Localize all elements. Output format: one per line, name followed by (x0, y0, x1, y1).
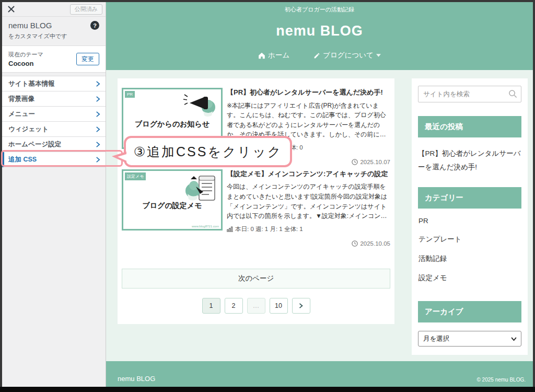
site-tagline: 初心者ブロガーの活動記録 (106, 2, 533, 14)
nav-about-link[interactable]: ブログについて (313, 51, 381, 60)
home-icon (258, 52, 265, 59)
megaphone-illustration (182, 94, 217, 118)
post-stats-text: 本日: 0 週: 1 月: 1 全体: 1 (235, 225, 303, 233)
menu-item-menus[interactable]: メニュー (2, 107, 106, 122)
menu-item-label: ウィジェット (8, 125, 49, 134)
taskbar-strip (0, 387, 535, 392)
clock-icon (352, 159, 358, 165)
help-icon[interactable]: ? (90, 21, 99, 30)
menu-item-site-identity[interactable]: サイト基本情報 (2, 76, 106, 91)
annotation-text: ③追加CSSをクリック (134, 143, 283, 160)
post-thumbnail[interactable]: 設定メモ ブログの設定メモ (122, 169, 223, 230)
chevron-right-icon (96, 96, 100, 102)
site-header: 初心者ブロガーの活動記録 nemu BLOG ホーム ブログについて (106, 2, 533, 70)
post-excerpt: ※本記事にはアフィリエイト広告(PR)が含まれています。こんにちは、ねむです。こ… (227, 101, 390, 140)
post-date: 2025.10.05 (122, 240, 390, 247)
pencil-icon (313, 52, 320, 59)
current-theme-name: Cocoon (8, 60, 43, 67)
page-button-1[interactable]: 1 (202, 298, 220, 314)
site-title[interactable]: nemu BLOG (106, 23, 533, 39)
post-list: PR ブログからのお知らせ (118, 78, 394, 324)
thumbnail-caption: ブログの設定メモ (123, 201, 221, 211)
customizer-title-section: nemu BLOG ? をカスタマイズ中です (2, 17, 106, 46)
site-body: PR ブログからのお知らせ (106, 70, 533, 361)
post-card[interactable]: 設定メモ ブログの設定メモ (122, 169, 390, 233)
post-excerpt: 今回は、メインコンテンツのアイキャッチの設定手順をまとめていきたいと思います!設… (227, 182, 390, 221)
category-link-pr[interactable]: PR (418, 212, 521, 229)
menu-item-label: サイト基本情報 (8, 79, 54, 88)
post-date-text: 2025.10.07 (360, 159, 390, 165)
footer-site-name: nemu BLOG (118, 375, 155, 383)
nav-label: ホーム (268, 51, 289, 60)
menu-item-label: ホームページ設定 (8, 140, 61, 149)
published-button[interactable]: 公開済み (70, 4, 102, 15)
close-icon[interactable] (2, 2, 20, 16)
category-link-activity[interactable]: 活動記録 (418, 249, 521, 268)
category-badge: PR (125, 91, 135, 98)
menu-item-label: メニュー (8, 110, 35, 119)
category-list: PR テンプレート 活動記録 設定メモ (418, 212, 521, 287)
pagination: 1 2 … 10 (122, 298, 390, 314)
nav-home-link[interactable]: ホーム (258, 51, 289, 60)
archive-select[interactable]: 月を選択 (418, 331, 521, 347)
menu-item-homepage-settings[interactable]: ホームページ設定 (2, 137, 106, 152)
search-input[interactable] (418, 86, 521, 102)
menu-item-label: 背景画像 (8, 95, 34, 103)
chevron-right-icon (96, 126, 100, 132)
site-preview: 初心者ブロガーの活動記録 nemu BLOG ホーム ブログについて (106, 2, 533, 387)
archive-heading: アーカイブ (418, 301, 521, 322)
chevron-down-icon (376, 54, 381, 57)
chevron-right-icon (96, 157, 100, 163)
chart-icon (227, 226, 233, 232)
search-widget (418, 86, 521, 102)
customizer-topbar: 公開済み (2, 2, 106, 17)
post-title[interactable]: 【PR】初心者がレンタルサーバーを選んだ決め手! (227, 88, 390, 97)
page-next-button[interactable] (292, 298, 310, 314)
chevron-down-icon (511, 337, 517, 341)
nav-label: ブログについて (323, 51, 374, 60)
customizing-label: をカスタマイズ中です (8, 32, 99, 40)
site-footer: nemu BLOG © 2025 nemu BLOG. (106, 361, 533, 387)
chevron-right-icon (96, 142, 100, 147)
annotation-bubble: ③追加CSSをクリック (124, 136, 292, 167)
current-theme-section: 現在のテーマ Cocoon 変更 (2, 46, 106, 73)
clock-icon (352, 240, 358, 247)
window-frame: 公開済み nemu BLOG ? をカスタマイズ中です 現在のテーマ Cocoo… (0, 0, 535, 392)
post-date-text: 2025.10.05 (360, 240, 390, 247)
menu-item-background-image[interactable]: 背景画像 (2, 91, 106, 107)
category-link-settings[interactable]: 設定メモ (418, 268, 521, 287)
change-theme-button[interactable]: 変更 (76, 53, 99, 65)
chevron-right-icon (96, 111, 100, 117)
memo-illustration (182, 175, 217, 202)
menu-item-widgets[interactable]: ウィジェット (2, 122, 106, 137)
recent-posts-heading: 最近の投稿 (418, 116, 521, 137)
post-title[interactable]: 【設定メモ】メインコンテンツ:アイキャッチの設定 (227, 169, 390, 179)
search-icon[interactable] (508, 89, 517, 98)
thumbnail-caption: ブログからのお知らせ (123, 120, 221, 129)
customizer-panel: 公開済み nemu BLOG ? をカスタマイズ中です 現在のテーマ Cocoo… (2, 2, 106, 387)
page-button-10[interactable]: 10 (270, 298, 288, 314)
recent-post-link[interactable]: 【PR】初心者がレンタルサーバーを選んだ決め手! (418, 147, 521, 174)
post-stats: 本日: 0 週: 1 月: 1 全体: 1 (227, 225, 390, 233)
menu-item-label: 追加 CSS (8, 155, 37, 164)
current-theme-label: 現在のテーマ (8, 51, 43, 59)
page-ellipsis: … (247, 298, 265, 314)
chevron-right-icon (299, 303, 303, 308)
footer-copyright: © 2025 nemu BLOG. (476, 377, 526, 383)
category-link-template[interactable]: テンプレート (418, 229, 521, 249)
category-badge: 設定メモ (125, 172, 146, 180)
menu-item-additional-css[interactable]: 追加 CSS (2, 152, 106, 167)
category-heading: カテゴリー (418, 187, 521, 209)
site-sidebar: 最近の投稿 【PR】初心者がレンタルサーバーを選んだ決め手! カテゴリー PR … (412, 78, 528, 355)
next-page-button[interactable]: 次のページ (122, 269, 390, 289)
customized-site-title: nemu BLOG (8, 21, 52, 30)
customizer-menu: サイト基本情報 背景画像 メニュー ウィジェット ホームページ設定 (2, 76, 106, 167)
chevron-right-icon (96, 81, 100, 87)
archive-select-value: 月を選択 (423, 335, 449, 343)
site-nav: ホーム ブログについて (106, 51, 533, 60)
thumbnail-watermark: www.blog8721.com (192, 225, 219, 228)
page-button-2[interactable]: 2 (225, 298, 243, 314)
